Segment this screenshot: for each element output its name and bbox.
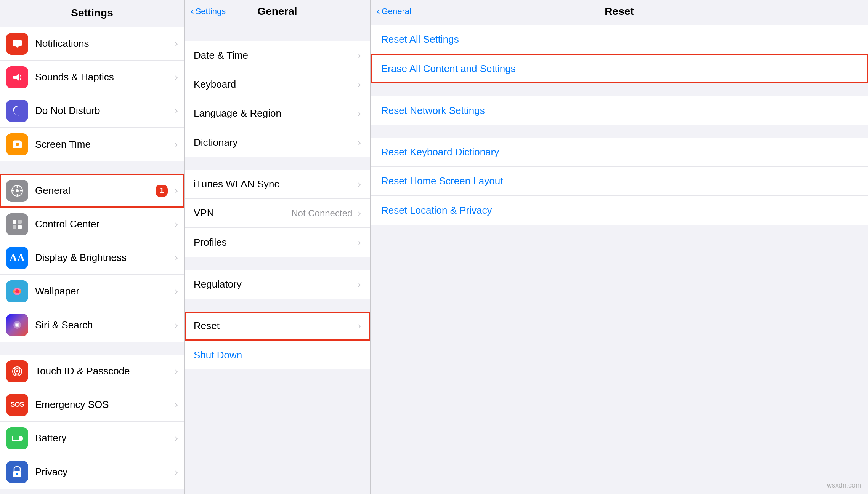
general-row-reset[interactable]: Reset› bbox=[185, 312, 370, 341]
wallpaper-icon bbox=[6, 280, 28, 302]
reset-back-label: General bbox=[382, 6, 411, 16]
reset-group-3: Reset Keyboard DictionaryReset Home Scre… bbox=[371, 138, 868, 225]
vpn-label: VPN bbox=[194, 207, 291, 219]
settings-row-controlcenter[interactable]: Control Center› bbox=[0, 208, 184, 241]
settings-row-displaybrightness[interactable]: AADisplay & Brightness› bbox=[0, 241, 184, 275]
svg-rect-29 bbox=[13, 436, 19, 440]
reset-all-settings-label: Reset All Settings bbox=[381, 34, 857, 45]
general-group-3: Regulatory› bbox=[185, 270, 370, 299]
notifications-label: Notifications bbox=[35, 38, 172, 50]
privacy-label: Privacy bbox=[35, 466, 172, 478]
section-gap bbox=[371, 83, 868, 96]
settings-row-donotdisturb[interactable]: Do Not Disturb› bbox=[0, 94, 184, 128]
svg-marker-3 bbox=[16, 74, 19, 81]
general-row-ituneswlan[interactable]: iTunes WLAN Sync› bbox=[185, 170, 370, 199]
screentime-label: Screen Time bbox=[35, 139, 172, 150]
datetime-label: Date & Time bbox=[194, 50, 355, 61]
controlcenter-icon bbox=[6, 213, 28, 235]
general-column: ‹ Settings General Date & Time›Keyboard›… bbox=[185, 0, 371, 494]
shutdown-label: Shut Down bbox=[194, 349, 361, 361]
reset-row-reset-location[interactable]: Reset Location & Privacy bbox=[371, 196, 868, 225]
reset-back-button[interactable]: ‹ General bbox=[377, 5, 411, 17]
emergencysos-label: Emergency SOS bbox=[35, 399, 172, 411]
profiles-chevron: › bbox=[358, 237, 361, 248]
emergencysos-icon: SOS bbox=[6, 394, 28, 416]
settings-row-notifications[interactable]: Notifications› bbox=[0, 27, 184, 61]
svg-point-19 bbox=[13, 290, 15, 293]
emergencysos-chevron: › bbox=[175, 399, 178, 411]
profiles-label: Profiles bbox=[194, 237, 355, 248]
scroll-offset bbox=[185, 25, 370, 37]
datetime-chevron: › bbox=[358, 50, 361, 61]
sirisearch-chevron: › bbox=[175, 319, 178, 331]
dictionary-label: Dictionary bbox=[194, 137, 355, 149]
settings-row-sirisearch[interactable]: Siri & Search› bbox=[0, 308, 184, 342]
reset-home-label: Reset Home Screen Layout bbox=[381, 175, 857, 187]
erase-all-label: Erase All Content and Settings bbox=[381, 63, 857, 75]
reset-list: Reset All SettingsErase All Content and … bbox=[371, 21, 868, 494]
reset-network-label: Reset Network Settings bbox=[381, 105, 857, 117]
vpn-chevron: › bbox=[358, 207, 361, 219]
settings-group-1: Notifications›Sounds & Haptics›Do Not Di… bbox=[0, 27, 184, 161]
svg-rect-2 bbox=[13, 76, 16, 79]
general-row-vpn[interactable]: VPNNot Connected› bbox=[185, 199, 370, 228]
displaybrightness-chevron: › bbox=[175, 252, 178, 264]
settings-row-screentime[interactable]: Screen Time› bbox=[0, 128, 184, 161]
notifications-chevron: › bbox=[175, 38, 178, 50]
general-row-dictionary[interactable]: Dictionary› bbox=[185, 128, 370, 157]
settings-row-touchid[interactable]: Touch ID & Passcode› bbox=[0, 355, 184, 388]
general-group-4: Reset›Shut Down bbox=[185, 312, 370, 369]
general-row-language[interactable]: Language & Region› bbox=[185, 99, 370, 128]
section-gap bbox=[371, 125, 868, 138]
section-gap bbox=[0, 342, 184, 355]
touchid-icon bbox=[6, 360, 28, 382]
settings-row-sounds[interactable]: Sounds & Haptics› bbox=[0, 61, 184, 94]
settings-row-battery[interactable]: Battery› bbox=[0, 422, 184, 455]
controlcenter-chevron: › bbox=[175, 218, 178, 230]
general-back-button[interactable]: ‹ Settings bbox=[191, 5, 226, 17]
settings-row-general[interactable]: General1› bbox=[0, 174, 184, 208]
regulatory-label: Regulatory bbox=[194, 278, 355, 290]
svg-rect-15 bbox=[13, 225, 16, 229]
section-gap bbox=[371, 21, 868, 25]
displaybrightness-label: Display & Brightness bbox=[35, 252, 172, 264]
settings-row-emergencysos[interactable]: SOSEmergency SOS› bbox=[0, 388, 184, 422]
reset-row-reset-all-settings[interactable]: Reset All Settings bbox=[371, 25, 868, 54]
sirisearch-icon bbox=[6, 314, 28, 336]
touchid-chevron: › bbox=[175, 365, 178, 377]
svg-point-20 bbox=[19, 290, 21, 293]
donotdisturb-icon bbox=[6, 100, 28, 122]
section-gap bbox=[185, 37, 370, 41]
general-header: ‹ Settings General bbox=[185, 0, 370, 21]
ituneswlan-chevron: › bbox=[358, 178, 361, 190]
section-gap bbox=[185, 157, 370, 170]
reset-chevron: › bbox=[358, 320, 361, 332]
general-chevron: › bbox=[175, 185, 178, 197]
section-gap bbox=[185, 299, 370, 312]
battery-icon bbox=[6, 427, 28, 449]
vpn-value: Not Connected bbox=[291, 208, 352, 219]
svg-point-31 bbox=[16, 473, 18, 475]
reset-group-2: Reset Network Settings bbox=[371, 96, 868, 125]
settings-row-wallpaper[interactable]: Wallpaper› bbox=[0, 275, 184, 308]
section-gap bbox=[185, 257, 370, 270]
general-row-regulatory[interactable]: Regulatory› bbox=[185, 270, 370, 299]
general-badge: 1 bbox=[156, 185, 168, 197]
svg-rect-5 bbox=[14, 140, 20, 142]
reset-row-reset-keyboard[interactable]: Reset Keyboard Dictionary bbox=[371, 138, 868, 167]
reset-row-erase-all[interactable]: Erase All Content and Settings bbox=[371, 54, 868, 83]
sounds-label: Sounds & Haptics bbox=[35, 71, 172, 83]
reset-group-1: Reset All SettingsErase All Content and … bbox=[371, 25, 868, 83]
settings-row-privacy[interactable]: Privacy› bbox=[0, 455, 184, 489]
settings-list: Notifications›Sounds & Haptics›Do Not Di… bbox=[0, 23, 184, 494]
general-row-datetime[interactable]: Date & Time› bbox=[185, 41, 370, 70]
reset-row-reset-network[interactable]: Reset Network Settings bbox=[371, 96, 868, 125]
general-row-profiles[interactable]: Profiles› bbox=[185, 228, 370, 257]
general-row-shutdown[interactable]: Shut Down bbox=[185, 341, 370, 369]
controlcenter-label: Control Center bbox=[35, 218, 172, 230]
sounds-icon bbox=[6, 66, 28, 88]
settings-group-2: General1›Control Center›AADisplay & Brig… bbox=[0, 174, 184, 342]
donotdisturb-chevron: › bbox=[175, 105, 178, 117]
reset-row-reset-home[interactable]: Reset Home Screen Layout bbox=[371, 167, 868, 196]
general-row-keyboard[interactable]: Keyboard› bbox=[185, 70, 370, 99]
